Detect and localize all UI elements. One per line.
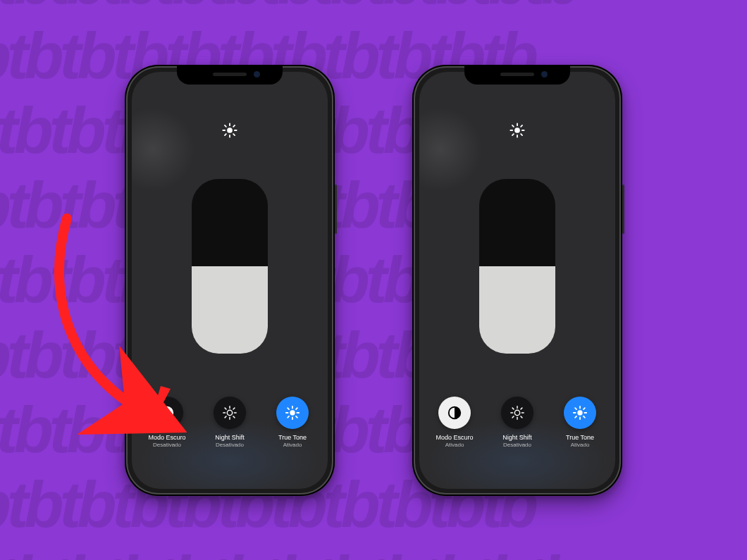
night-shift-label: Night Shift	[215, 434, 245, 441]
svg-line-8	[233, 125, 235, 126]
brightness-slider-fill	[192, 266, 268, 354]
brightness-slider-fill	[479, 266, 555, 354]
svg-point-10	[227, 410, 232, 415]
svg-line-25	[296, 416, 297, 417]
dark-mode-control: Modo Escuro Ativado	[427, 397, 482, 448]
phones-container: Modo Escuro Desativado	[0, 0, 747, 560]
svg-line-35	[512, 134, 514, 135]
brightness-slider[interactable]	[192, 179, 268, 354]
dark-mode-status-label: Desativado	[153, 442, 181, 448]
control-center-brightness-panel: Modo Escuro Ativado	[419, 72, 615, 489]
svg-line-45	[512, 416, 514, 417]
true-tone-button[interactable]	[276, 397, 309, 429]
svg-line-44	[521, 416, 522, 417]
phone-notch	[177, 65, 283, 85]
svg-line-55	[584, 408, 585, 409]
svg-line-52	[575, 408, 576, 409]
night-shift-status-label: Desativado	[503, 442, 531, 448]
svg-line-15	[225, 408, 226, 409]
phone-mockup-2: Modo Escuro Ativado	[412, 65, 622, 496]
svg-line-33	[512, 125, 514, 126]
dark-mode-control: Modo Escuro Desativado	[140, 397, 195, 448]
svg-line-5	[225, 125, 226, 126]
dark-mode-status-label: Ativado	[445, 442, 464, 448]
brightness-icon	[510, 123, 525, 138]
control-center-brightness-panel: Modo Escuro Desativado	[132, 72, 328, 489]
night-shift-label: Night Shift	[502, 434, 532, 441]
dark-mode-button[interactable]	[151, 397, 183, 429]
true-tone-label: True Tone	[566, 434, 594, 441]
speaker-grill	[500, 73, 534, 76]
dark-mode-label: Modo Escuro	[148, 434, 185, 441]
svg-line-46	[521, 408, 522, 409]
brightness-slider[interactable]	[479, 179, 555, 354]
svg-line-54	[575, 416, 576, 417]
night-shift-control: Night Shift Desativado	[490, 397, 545, 448]
night-shift-control: Night Shift Desativado	[202, 397, 257, 448]
svg-line-6	[233, 134, 235, 135]
speaker-grill	[213, 73, 247, 76]
front-camera	[254, 71, 260, 77]
true-tone-status-label: Ativado	[283, 442, 302, 448]
true-tone-label: True Tone	[278, 434, 307, 441]
night-shift-status-label: Desativado	[216, 442, 244, 448]
phone-notch	[464, 65, 570, 85]
svg-line-26	[288, 416, 289, 417]
true-tone-button[interactable]	[564, 397, 596, 429]
dark-mode-label: Modo Escuro	[436, 434, 473, 441]
display-controls-row: Modo Escuro Desativado	[132, 397, 328, 448]
night-shift-button[interactable]	[214, 397, 246, 429]
true-tone-control: True Tone Ativado	[552, 397, 607, 448]
true-tone-status-label: Ativado	[571, 442, 590, 448]
svg-line-16	[233, 416, 235, 417]
display-controls-row: Modo Escuro Ativado	[419, 397, 615, 448]
svg-line-18	[233, 408, 235, 409]
svg-point-38	[514, 410, 519, 415]
svg-point-19	[290, 410, 295, 415]
dark-mode-button[interactable]	[438, 397, 471, 429]
svg-line-17	[225, 416, 226, 417]
true-tone-control: True Tone Ativado	[265, 397, 320, 448]
svg-line-36	[521, 125, 522, 126]
front-camera	[541, 71, 548, 77]
svg-point-47	[577, 410, 582, 415]
brightness-icon	[222, 123, 237, 138]
svg-line-34	[521, 134, 522, 135]
svg-line-24	[288, 408, 289, 409]
svg-line-43	[512, 408, 514, 409]
canvas: tbtbtbtbtbtbtbtbtbtbtbtb tbtbtbtbtbtbtbt…	[0, 0, 747, 560]
night-shift-button[interactable]	[501, 397, 533, 429]
svg-line-27	[296, 408, 297, 409]
svg-point-28	[514, 127, 520, 133]
svg-point-0	[227, 127, 233, 133]
svg-line-53	[584, 416, 585, 417]
svg-line-7	[225, 134, 226, 135]
phone-mockup-1: Modo Escuro Desativado	[125, 65, 335, 496]
